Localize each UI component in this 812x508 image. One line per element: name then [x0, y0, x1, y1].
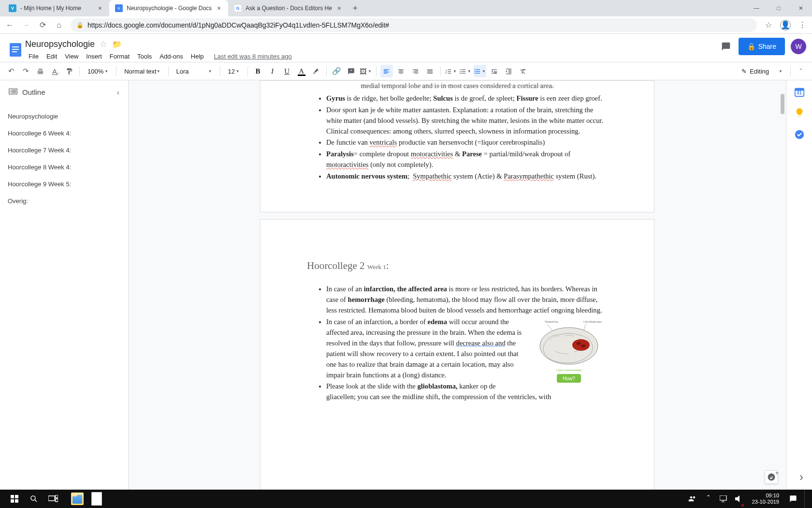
list-item[interactable]: In case of an infarction, the affected a… — [326, 284, 608, 316]
bulleted-list-button[interactable]: ▼ — [474, 65, 486, 77]
menu-file[interactable]: File — [25, 52, 42, 61]
numbered-list-button[interactable]: ▼ — [459, 65, 472, 77]
start-button[interactable] — [5, 490, 24, 508]
comments-button[interactable] — [719, 40, 733, 53]
outline-item[interactable]: Hoorcollege 9 Week 5: — [0, 176, 128, 193]
document-taskbar-icon[interactable] — [87, 490, 106, 508]
align-left-button[interactable] — [380, 65, 393, 77]
browser-tab-0[interactable]: V - Mijn Home | My Home × — [3, 0, 109, 16]
collapse-toolbar-button[interactable]: ˆ — [795, 65, 807, 77]
styles-select[interactable]: Normal text▼ — [120, 65, 164, 77]
document-title[interactable]: Neuropsychologie — [25, 39, 95, 49]
close-icon[interactable]: × — [97, 5, 103, 12]
menu-edit[interactable]: Edit — [43, 52, 60, 61]
close-window-button[interactable]: ✕ — [790, 0, 812, 16]
document-page-2[interactable]: Hoorcollege 2 Week 1: In case of an infa… — [260, 219, 654, 490]
volume-muted-icon[interactable]: × — [734, 490, 744, 508]
redo-button[interactable]: ↷ — [19, 65, 32, 77]
document-canvas[interactable]: medial temporal lobe and is in most case… — [129, 80, 786, 490]
print-button[interactable]: 🖶 — [34, 65, 46, 77]
list-item[interactable]: Ventricles Glioblastoma How? Check Under… — [326, 317, 608, 380]
browser-tab-1[interactable]: ≡ Neuropsychologie - Google Docs × — [109, 0, 228, 16]
indent-decrease-button[interactable] — [488, 65, 501, 77]
search-button[interactable] — [24, 490, 44, 508]
spellcheck-button[interactable]: A✓ — [48, 65, 61, 77]
outline-item[interactable]: Neuropsychologie — [0, 108, 128, 125]
forward-button[interactable]: → — [21, 20, 31, 30]
keep-icon[interactable] — [794, 107, 805, 120]
list-item[interactable]: De functie van ventricals productie van … — [326, 137, 608, 148]
menu-button[interactable]: ⋮ — [798, 20, 807, 30]
browser-tab-2[interactable]: G Ask a Question - Docs Editors He × — [228, 0, 348, 16]
back-button[interactable]: ← — [5, 20, 14, 30]
explorer-taskbar-icon[interactable] — [68, 490, 87, 508]
calendar-icon[interactable]: 31 — [794, 87, 805, 98]
close-icon[interactable]: × — [216, 5, 222, 12]
maximize-button[interactable]: □ — [768, 0, 790, 16]
reload-button[interactable]: ⟳ — [38, 20, 47, 30]
list-item[interactable]: Paralysis= complete dropout motoractivit… — [326, 149, 608, 170]
star-icon[interactable]: ☆ — [100, 39, 107, 49]
share-button[interactable]: 🔒 Share — [739, 38, 785, 55]
menu-addons[interactable]: Add-ons — [156, 52, 186, 61]
new-tab-button[interactable]: + — [348, 0, 362, 16]
docs-logo-icon[interactable] — [6, 38, 25, 62]
network-icon[interactable] — [718, 490, 729, 508]
avatar[interactable]: W — [791, 39, 806, 54]
task-view-button[interactable] — [44, 490, 63, 508]
last-edit-text[interactable]: Last edit was 8 minutes ago — [214, 53, 292, 60]
clear-formatting-button[interactable] — [517, 65, 530, 77]
align-right-button[interactable] — [409, 65, 422, 77]
notifications-icon[interactable] — [787, 490, 799, 508]
star-button[interactable]: ☆ — [764, 20, 773, 30]
outline-item[interactable]: Overig: — [0, 193, 128, 209]
menu-insert[interactable]: Insert — [83, 52, 105, 61]
align-justify-button[interactable] — [424, 65, 436, 77]
comment-button[interactable]: + — [345, 65, 358, 77]
bold-button[interactable]: B — [252, 65, 264, 77]
close-icon[interactable]: × — [336, 5, 343, 12]
outline-item[interactable]: Hoorcollege 8 Week 4: — [0, 159, 128, 176]
editing-mode-select[interactable]: ✎ Editing ▼ — [738, 65, 786, 77]
people-icon[interactable] — [686, 490, 699, 508]
align-center-button[interactable] — [395, 65, 407, 77]
outline-item[interactable]: Hoorcollege 6 Week 4: — [0, 125, 128, 142]
document-page-1[interactable]: medial temporal lobe and is in most case… — [260, 80, 654, 212]
tasks-icon[interactable] — [794, 129, 805, 141]
show-desktop-button[interactable] — [804, 490, 807, 508]
side-panel-collapse-icon[interactable]: › — [799, 470, 803, 484]
zoom-select[interactable]: 100%▼ — [84, 65, 112, 77]
undo-button[interactable]: ↶ — [5, 65, 17, 77]
text-color-button[interactable]: A — [295, 65, 308, 77]
menu-view[interactable]: View — [61, 52, 82, 61]
list-item[interactable]: Door sport kan je de white matter aantas… — [326, 105, 608, 137]
outline-item[interactable]: Hoorcollege 7 Week 4: — [0, 142, 128, 159]
link-button[interactable]: 🔗 — [331, 65, 343, 77]
scrollbar[interactable] — [779, 80, 786, 490]
underline-button[interactable]: U — [281, 65, 293, 77]
list-item[interactable]: Gyrus is de ridge, het bolle gedeelte; S… — [326, 93, 608, 104]
minimize-button[interactable]: — — [745, 0, 768, 16]
list-item[interactable]: Autonomic nervous system; Sympathethic s… — [326, 171, 608, 182]
menu-help[interactable]: Help — [188, 52, 207, 61]
line-spacing-button[interactable]: ▼ — [445, 65, 457, 77]
indent-increase-button[interactable] — [503, 65, 515, 77]
highlight-button[interactable] — [310, 65, 322, 77]
profile-button[interactable]: 👤 — [780, 20, 791, 30]
url-field[interactable]: 🔒 https://docs.google.com/document/d/1pN… — [71, 18, 757, 32]
menu-tools[interactable]: Tools — [134, 52, 155, 61]
tray-up-icon[interactable]: ˆ — [704, 490, 713, 508]
svg-point-12 — [572, 339, 590, 351]
image-button[interactable]: 🖼▼ — [360, 65, 372, 77]
clock[interactable]: 09:10 23-10-2019 — [749, 493, 782, 505]
explore-button[interactable]: + — [765, 470, 778, 484]
folder-icon[interactable]: 📁 — [112, 40, 122, 49]
outline-collapse-button[interactable]: ‹ — [117, 88, 119, 96]
italic-button[interactable]: I — [266, 65, 279, 77]
home-button[interactable]: ⌂ — [54, 20, 64, 30]
menu-format[interactable]: Format — [106, 52, 133, 61]
paint-format-button[interactable] — [63, 65, 75, 77]
font-select[interactable]: Lora▼ — [173, 65, 216, 77]
scrollbar-thumb[interactable] — [781, 94, 784, 114]
fontsize-select[interactable]: 12▼ — [224, 65, 244, 77]
